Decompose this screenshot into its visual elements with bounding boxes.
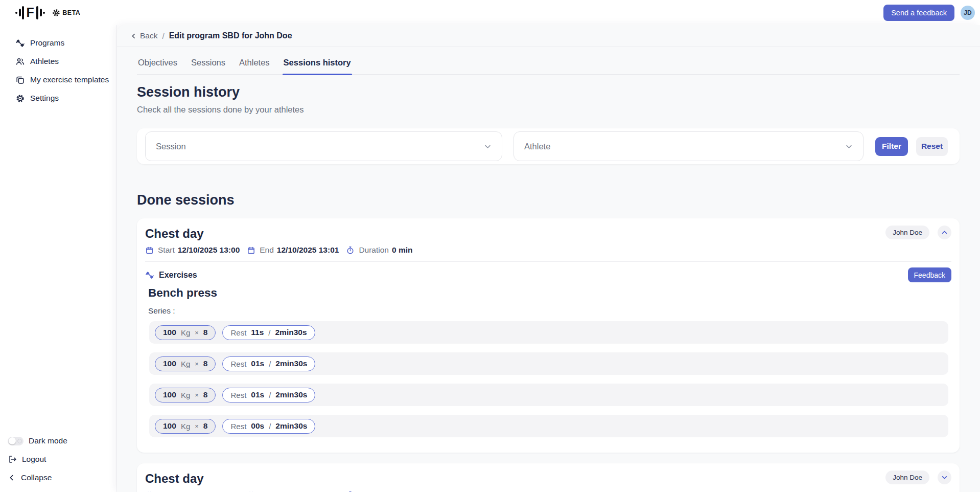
rest-label: Rest	[230, 360, 246, 368]
weight-unit: Kg	[181, 360, 190, 368]
collapse-button[interactable]: Collapse	[0, 468, 116, 487]
tab-objectives[interactable]: Objectives	[137, 56, 178, 74]
filter-button[interactable]: Filter	[875, 137, 908, 156]
weight-chip: 100 Kg × 8	[155, 325, 216, 340]
feedback-button[interactable]: Feedback	[908, 267, 951, 282]
sidebar-item-athletes[interactable]: Athletes	[0, 52, 116, 71]
dark-mode-label: Dark mode	[29, 436, 67, 445]
duration-value: 0 min	[392, 245, 412, 255]
weight-chip: 100 Kg × 8	[155, 388, 216, 402]
calendar-icon	[247, 246, 255, 255]
sidebar-item-label: Athletes	[30, 57, 59, 66]
rest-total-value: 2min30s	[275, 421, 307, 431]
rest-separator: /	[269, 391, 271, 399]
athlete-badge: John Doe	[885, 226, 929, 239]
page-title: Session history	[137, 84, 960, 100]
copy-icon	[15, 75, 25, 85]
logo-letter: F	[27, 6, 34, 19]
times-symbol: ×	[195, 360, 199, 368]
rest-total-value: 2min30s	[275, 359, 307, 368]
athlete-badge: John Doe	[885, 471, 929, 484]
session-select[interactable]: Session	[145, 131, 502, 161]
end-label: End	[260, 245, 274, 255]
chevron-down-icon	[941, 474, 948, 481]
rest-chip: Rest 01s / 2min30s	[222, 356, 315, 371]
sidebar: Programs Athletes My exercise templates …	[0, 25, 117, 492]
header-right: Send a feedback JD	[883, 5, 980, 21]
reps-value: 8	[203, 359, 208, 368]
beta-label: BETA	[62, 9, 80, 16]
tab-sessions-history[interactable]: Sessions history	[283, 56, 352, 74]
tab-sessions[interactable]: Sessions	[190, 56, 226, 74]
done-sessions-heading: Done sessions	[137, 192, 960, 208]
breadcrumb: Back / Edit program SBD for John Doe	[117, 25, 980, 47]
chevron-down-icon	[484, 143, 492, 150]
sidebar-item-templates[interactable]: My exercise templates	[0, 71, 116, 89]
sidebar-bottom: Dark mode Logout Collapse	[0, 432, 116, 492]
session-card: Chest day John Doe Start 29/09/	[137, 463, 960, 492]
logout-label: Logout	[22, 455, 46, 464]
expand-session-button[interactable]	[938, 471, 951, 484]
tab-athletes[interactable]: Athletes	[238, 56, 271, 74]
sidebar-item-label: Settings	[30, 94, 59, 103]
users-icon	[15, 57, 25, 66]
series-row: 100 Kg × 8 Rest 11s / 2min30s	[149, 321, 948, 344]
toggle-off-indicator	[17, 439, 22, 443]
series-label: Series :	[148, 306, 951, 316]
content-area: Objectives Sessions Athletes Sessions hi…	[117, 56, 980, 492]
rest-total-value: 2min30s	[275, 328, 307, 337]
rest-separator: /	[269, 360, 271, 368]
collapse-session-button[interactable]	[938, 226, 951, 239]
sidebar-item-settings[interactable]: Settings	[0, 89, 116, 107]
rest-chip: Rest 00s / 2min30s	[222, 419, 315, 434]
beta-gear-icon	[52, 9, 60, 17]
rest-chip: Rest 11s / 2min30s	[222, 325, 315, 340]
exercise-name: Bench press	[148, 286, 951, 300]
rest-label: Rest	[230, 391, 246, 399]
rest-value: 01s	[251, 390, 264, 399]
sidebar-item-label: Programs	[30, 38, 64, 48]
rest-label: Rest	[230, 422, 246, 431]
send-feedback-button[interactable]: Send a feedback	[883, 5, 954, 21]
times-symbol: ×	[195, 391, 199, 399]
chevron-left-icon	[130, 33, 137, 39]
session-meta-row: Start 12/10/2025 13:00 End 12/10/2025 13…	[145, 245, 951, 255]
dark-mode-toggle[interactable]	[8, 437, 24, 445]
weight-chip: 100 Kg × 8	[155, 356, 216, 371]
session-card: Chest day John Doe Start 12/10/	[137, 218, 960, 453]
stopwatch-icon	[346, 246, 355, 255]
dark-mode-row: Dark mode	[0, 432, 116, 450]
weight-unit: Kg	[181, 328, 190, 337]
weight-value: 100	[163, 421, 176, 431]
back-label: Back	[140, 31, 157, 40]
back-link[interactable]: Back	[130, 31, 157, 40]
weight-value: 100	[163, 328, 176, 337]
session-title: Chest day	[145, 226, 204, 241]
reset-button[interactable]: Reset	[916, 137, 948, 156]
sidebar-item-programs[interactable]: Programs	[0, 34, 116, 52]
duration-label: Duration	[359, 245, 389, 255]
filter-bar: Session Athlete Filter Reset	[137, 128, 960, 164]
session-title: Chest day	[145, 471, 204, 486]
page-breadcrumb-title: Edit program SBD for John Doe	[169, 31, 292, 40]
avatar[interactable]: JD	[961, 6, 975, 20]
card-divider	[145, 261, 951, 262]
exercises-label: Exercises	[159, 271, 197, 280]
exercises-heading: Exercises	[145, 271, 197, 280]
reps-value: 8	[203, 328, 208, 337]
rest-chip: Rest 01s / 2min30s	[222, 388, 315, 402]
logout-button[interactable]: Logout	[0, 450, 116, 468]
end-meta: End 12/10/2025 13:01	[247, 245, 339, 255]
weight-unit: Kg	[181, 422, 190, 431]
beta-badge: BETA	[52, 9, 80, 17]
dumbbell-icon	[15, 38, 25, 48]
times-symbol: ×	[195, 422, 199, 430]
athlete-select[interactable]: Athlete	[514, 131, 864, 161]
rest-separator: /	[268, 328, 270, 337]
reps-value: 8	[203, 421, 208, 431]
start-meta: Start 12/10/2025 13:00	[145, 245, 240, 255]
rest-value: 00s	[251, 421, 264, 431]
start-label: Start	[158, 245, 175, 255]
logo-bar	[19, 9, 21, 16]
session-card-controls: John Doe	[885, 471, 951, 484]
